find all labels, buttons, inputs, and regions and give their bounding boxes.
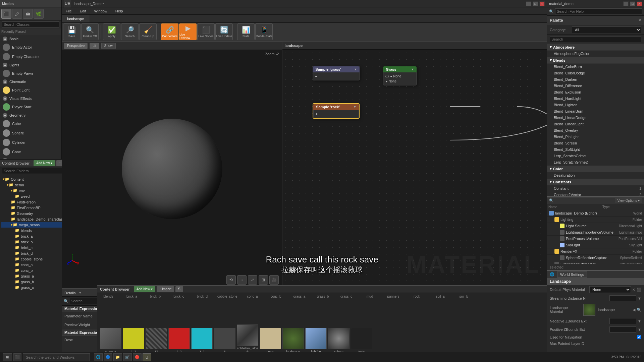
actor-empty-char[interactable]: Empty Character xyxy=(0,52,61,61)
right-close-btn[interactable]: ✕ xyxy=(637,1,642,6)
outliner-item-landscape-demo[interactable]: landscape_Demo (Editor) World xyxy=(547,210,644,217)
palette-search-input[interactable] xyxy=(550,36,641,42)
actor-empty-actor[interactable]: Empty Actor xyxy=(0,43,61,52)
palette-group-blends[interactable]: ▾ Blends xyxy=(547,57,644,64)
node-canvas[interactable]: Sample 'grass' ▼ ● Grass ▼ xyxy=(282,50,547,288)
search-button[interactable]: 🔎 Search xyxy=(121,23,139,40)
landscape-mode-btn[interactable]: 🏔 xyxy=(23,9,33,19)
thumb-stone-a[interactable]: stone_a xyxy=(100,328,121,353)
search-help-input[interactable] xyxy=(555,8,642,14)
actor-player-start[interactable]: Player Start xyxy=(0,102,61,112)
stats-button[interactable]: 📊 Stats xyxy=(237,23,255,40)
outliner-item-light-source[interactable]: Light Source DirectionalLight xyxy=(547,223,644,229)
thumb-lightfun[interactable]: lightfun xyxy=(305,328,327,353)
neg-zbounds-input[interactable]: 0.0 xyxy=(609,318,636,324)
thumb-sphere[interactable]: sphere xyxy=(328,328,350,353)
phys-mat-clear-icon[interactable]: ✕ xyxy=(632,288,635,292)
taskbar-chrome-icon[interactable]: 🔴 xyxy=(133,353,142,361)
thumb-17[interactable]: 17 xyxy=(146,328,167,353)
outliner-item-sphere-reflect[interactable]: SphereReflectionCapture SphereReflecti xyxy=(547,255,644,261)
maximize-btn[interactable]: □ xyxy=(533,1,538,6)
paint-mode-btn[interactable]: 🖊 xyxy=(12,9,22,19)
outliner-item-lightmass[interactable]: LightmassImportanceVolume LightmassImpo xyxy=(547,229,644,236)
palette-item-blend-screen[interactable]: Blend_Screen xyxy=(547,140,644,146)
palette-item-blend-colordodge[interactable]: Blend_ColorDodge xyxy=(547,70,644,76)
perspective-btn[interactable]: Perspective xyxy=(64,43,88,49)
taskbar-store-icon[interactable]: 🛒 xyxy=(123,353,132,361)
menu-edit[interactable]: Edit xyxy=(78,8,88,14)
taskbar-edge-icon[interactable]: 🔵 xyxy=(104,353,112,361)
landscape-mat-next-icon[interactable]: 🔍 xyxy=(637,308,641,312)
palette-item-blend-softlight[interactable]: Blend_SoftLight xyxy=(547,146,644,153)
add-new-button[interactable]: Add New ▾ xyxy=(34,160,55,166)
modes-label[interactable]: Modes xyxy=(2,2,14,6)
place-mode-btn[interactable]: ⬛ xyxy=(1,9,11,19)
tab-landscape[interactable]: landscape xyxy=(62,15,90,22)
used-nav-checkbox[interactable] xyxy=(637,335,641,339)
palette-group-constants[interactable]: ▾ Constants xyxy=(547,179,644,185)
palette-close-btn[interactable]: ✕ xyxy=(638,18,641,22)
actor-cylinder[interactable]: Cylinder xyxy=(0,138,61,147)
thumb-6[interactable]: 6 xyxy=(214,328,235,353)
thumb-3-2[interactable]: 3_2 xyxy=(191,328,213,353)
task-view-btn[interactable]: ⬛ xyxy=(13,353,21,361)
thumb-landscape[interactable]: landscape xyxy=(282,328,304,353)
palette-item-lerp-scratchgrime2[interactable]: Lerp_ScratchGrime2 xyxy=(547,159,644,166)
thumb-tests[interactable]: tests xyxy=(351,328,372,353)
thumb-2-2[interactable]: 2_2 xyxy=(168,328,190,353)
outliner-item-firstperson-char[interactable]: FirstPersonCharacter FirstPersonChar xyxy=(547,261,644,264)
world-settings-button[interactable]: World Settings xyxy=(557,272,587,278)
save-button[interactable]: 💾 Save xyxy=(63,23,80,40)
lit-btn[interactable]: Lit xyxy=(90,43,99,49)
bottom-import-btn[interactable]: ↑ Import xyxy=(157,286,174,292)
actor-cone[interactable]: Cone xyxy=(0,147,61,157)
category-visual-effects[interactable]: ◆ Visual Effects xyxy=(0,95,61,102)
live-preview-button[interactable]: ▶ Live Preview xyxy=(179,23,197,40)
show-btn[interactable]: Show xyxy=(101,43,116,49)
thumb-demo[interactable]: demo xyxy=(260,328,281,353)
outliner-item-renderfx[interactable]: RenderFX Folder xyxy=(547,248,644,255)
category-geometry[interactable]: ◆ Geometry xyxy=(0,112,61,119)
phys-mat-browse-icon[interactable]: ⬛ xyxy=(637,288,641,292)
palette-item-blend-lighten[interactable]: Blend_Lighten xyxy=(547,102,644,108)
outliner-view-options-btn[interactable]: View Options ▾ xyxy=(615,198,642,203)
mobile-stats-button[interactable]: 📱 Mobile Stats xyxy=(255,23,273,40)
search-classes-input[interactable] xyxy=(2,21,59,27)
palette-item-desaturation[interactable]: Desaturation xyxy=(547,172,644,179)
apply-button[interactable]: ✅ Apply xyxy=(103,23,120,40)
palette-category-select[interactable]: All xyxy=(572,26,641,33)
palette-group-atmosphere[interactable]: ▾ Atmosphere xyxy=(547,44,644,51)
scale-tool[interactable]: ⤢ xyxy=(248,275,257,285)
palette-item-blend-pinlight[interactable]: Blend_PinLight xyxy=(547,134,644,140)
palette-item-blend-linearburn[interactable]: Blend_LinearBurn xyxy=(547,108,644,115)
connectors-button[interactable]: 🔗 Connectors xyxy=(161,23,178,40)
node-sample-rock[interactable]: Sample 'rock' ▼ ● xyxy=(313,103,360,119)
palette-item-blend-lineardodge[interactable]: Blend_LinearDodge xyxy=(547,115,644,121)
actor-point-light[interactable]: Point Light xyxy=(0,85,61,95)
palette-group-color[interactable]: ▾ Color xyxy=(547,166,644,172)
translate-tool[interactable]: ⟲ xyxy=(226,275,236,285)
thumb-cobble[interactable]: cobbelow_ albedo xyxy=(237,324,258,353)
live-nodes-button[interactable]: ⬛ Live Nodes xyxy=(197,23,215,40)
outliner-item-skylight[interactable]: SkyLight SkyLight xyxy=(547,242,644,248)
menu-file[interactable]: File xyxy=(64,8,74,14)
landscape-mat-prev-icon[interactable]: ◀ xyxy=(633,308,635,312)
start-button[interactable]: ⊞ xyxy=(3,353,12,361)
palette-item-blend-overlay[interactable]: Blend_Overlay xyxy=(547,127,644,134)
actor-sphere[interactable]: Sphere xyxy=(0,128,61,138)
right-maximize-btn[interactable]: □ xyxy=(630,1,635,6)
details-menu-icon[interactable]: ▾ xyxy=(79,291,81,295)
live-update-button[interactable]: 🔄 Live Update xyxy=(215,23,233,40)
palette-item-constant2vector[interactable]: Constant2Vector 2 xyxy=(547,192,644,197)
pos-zbounds-input[interactable]: 0.0 xyxy=(609,326,636,333)
category-basic[interactable]: ◆ Basic xyxy=(0,35,61,43)
bottom-s-btn[interactable]: S xyxy=(175,286,183,292)
find-in-cb-button[interactable]: 🔍 Find in CB xyxy=(81,23,99,40)
category-cinematic[interactable]: ◆ Cinematic xyxy=(0,78,61,85)
palette-item-blend-exclusion[interactable]: Blend_Exclusion xyxy=(547,89,644,96)
node-grass[interactable]: Grass ▼ ● None ● None xyxy=(383,66,417,85)
taskbar-ue4-icon[interactable]: U xyxy=(143,353,151,361)
actor-empty-pawn[interactable]: Empty Pawn xyxy=(0,69,61,78)
cleanup-button[interactable]: 🧹 Clean Up xyxy=(139,23,157,40)
category-lights[interactable]: ◆ Lights xyxy=(0,61,61,69)
